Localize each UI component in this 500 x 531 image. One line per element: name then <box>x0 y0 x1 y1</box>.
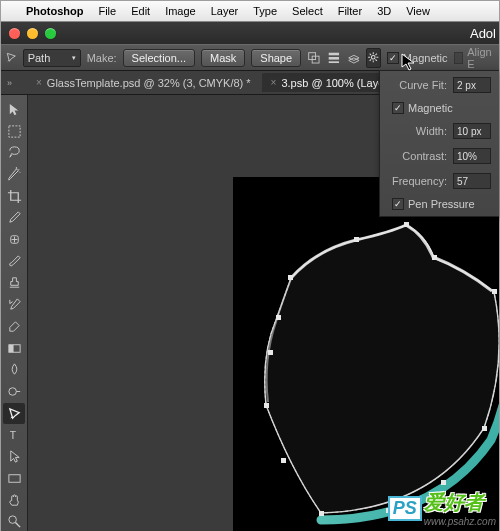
svg-rect-32 <box>482 426 487 431</box>
frequency-field[interactable]: 57 <box>453 173 491 189</box>
svg-line-12 <box>376 54 377 55</box>
make-label: Make: <box>87 52 117 64</box>
close-button[interactable] <box>9 28 20 39</box>
gear-button[interactable] <box>366 48 381 68</box>
checkbox-icon: ✓ <box>387 52 399 64</box>
stamp-tool[interactable] <box>3 273 25 294</box>
svg-line-11 <box>376 60 377 61</box>
lasso-tool[interactable] <box>3 142 25 163</box>
brush-tool[interactable] <box>3 251 25 272</box>
menu-select[interactable]: Select <box>292 5 323 17</box>
magnetic-label: Magnetic <box>403 52 448 64</box>
watermark-ps: PS <box>388 496 422 521</box>
frequency-label: Frequency: <box>392 175 447 187</box>
move-tool[interactable] <box>3 99 25 120</box>
path-op-icon[interactable] <box>307 48 321 68</box>
app-menu[interactable]: Photoshop <box>26 5 83 17</box>
mode-dropdown[interactable]: Path ▾ <box>23 49 81 67</box>
svg-rect-14 <box>8 125 19 136</box>
blur-tool[interactable] <box>3 359 25 380</box>
align-icon[interactable] <box>327 48 341 68</box>
svg-rect-33 <box>441 480 446 485</box>
app-title: Adol <box>470 26 496 41</box>
marquee-tool[interactable] <box>3 121 25 142</box>
pen-tool[interactable] <box>3 403 25 424</box>
menu-view[interactable]: View <box>406 5 430 17</box>
arrange-icon[interactable] <box>347 48 361 68</box>
watermark-zh: 爱好者 <box>424 489 484 516</box>
history-brush-tool[interactable] <box>3 294 25 315</box>
dodge-tool[interactable] <box>3 381 25 402</box>
eraser-tool[interactable] <box>3 316 25 337</box>
svg-point-20 <box>8 388 16 396</box>
svg-rect-30 <box>492 289 497 294</box>
shape-button[interactable]: Shape <box>251 49 301 67</box>
svg-rect-37 <box>264 403 269 408</box>
osx-menubar: Photoshop File Edit Image Layer Type Sel… <box>1 1 499 22</box>
magnetic-label[interactable]: Magnetic <box>408 102 453 114</box>
tab-glass-template[interactable]: × GlassTemplate.psd @ 32% (3, CMYK/8) * <box>27 73 260 92</box>
curve-fit-field[interactable]: 2 px <box>453 77 491 93</box>
options-bar: Path ▾ Make: Selection... Mask Shape ✓ M… <box>1 44 499 71</box>
mask-button[interactable]: Mask <box>201 49 245 67</box>
svg-point-5 <box>372 56 376 60</box>
window-titlebar: Adol <box>1 22 499 44</box>
menu-3d[interactable]: 3D <box>377 5 391 17</box>
checkbox-icon: ✓ <box>392 102 404 114</box>
menu-file[interactable]: File <box>98 5 116 17</box>
svg-rect-36 <box>281 458 286 463</box>
svg-rect-27 <box>354 237 359 242</box>
freeform-pen-options-panel: Curve Fit: 2 px ✓ Magnetic Width: 10 px … <box>379 70 499 217</box>
glass-shard-artwork <box>236 210 499 531</box>
healing-tool[interactable] <box>3 229 25 250</box>
menu-layer[interactable]: Layer <box>211 5 239 17</box>
gradient-tool[interactable] <box>3 338 25 359</box>
checkbox-icon: ✓ <box>392 198 404 210</box>
menu-edit[interactable]: Edit <box>131 5 150 17</box>
pen-pressure-label[interactable]: Pen Pressure <box>408 198 475 210</box>
close-icon[interactable]: × <box>271 77 277 88</box>
svg-rect-26 <box>288 275 293 280</box>
svg-rect-4 <box>329 61 339 63</box>
close-icon[interactable]: × <box>36 77 42 88</box>
menu-image[interactable]: Image <box>165 5 196 17</box>
svg-rect-3 <box>329 57 339 60</box>
svg-text:T: T <box>9 431 16 442</box>
svg-rect-35 <box>319 511 324 516</box>
magnetic-checkbox[interactable]: ✓ Magnetic <box>387 52 448 64</box>
menu-type[interactable]: Type <box>253 5 277 17</box>
svg-rect-2 <box>329 52 339 55</box>
type-tool[interactable]: T <box>3 425 25 446</box>
eyedropper-tool[interactable] <box>3 208 25 229</box>
svg-line-25 <box>15 523 20 528</box>
zoom-button[interactable] <box>45 28 56 39</box>
width-field[interactable]: 10 px <box>453 123 491 139</box>
svg-rect-29 <box>432 255 437 260</box>
tool-preset-icon[interactable] <box>6 49 17 66</box>
svg-rect-38 <box>268 350 273 355</box>
minimize-button[interactable] <box>27 28 38 39</box>
zoom-tool[interactable] <box>3 511 25 531</box>
wand-tool[interactable] <box>3 164 25 185</box>
menu-filter[interactable]: Filter <box>338 5 362 17</box>
svg-point-24 <box>8 516 16 524</box>
svg-rect-28 <box>404 222 409 227</box>
watermark-url: www.psahz.com <box>424 516 496 527</box>
expand-icon[interactable]: » <box>7 78 12 88</box>
tab-label: GlassTemplate.psd @ 32% (3, CMYK/8) * <box>47 77 251 89</box>
svg-line-13 <box>370 60 371 61</box>
rectangle-tool[interactable] <box>3 468 25 489</box>
toolbox: T <box>1 95 28 531</box>
svg-line-10 <box>370 54 371 55</box>
contrast-field[interactable]: 10% <box>453 148 491 164</box>
align-label: Align E <box>467 46 494 70</box>
mode-value: Path <box>28 52 51 64</box>
checkbox-icon <box>454 52 464 64</box>
hand-tool[interactable] <box>3 490 25 511</box>
selection-button[interactable]: Selection... <box>123 49 195 67</box>
curve-fit-label: Curve Fit: <box>399 79 447 91</box>
align-edges-checkbox[interactable]: Align E <box>454 46 494 70</box>
crop-tool[interactable] <box>3 186 25 207</box>
watermark: PS 爱好者 www.psahz.com <box>388 489 496 527</box>
path-select-tool[interactable] <box>3 446 25 467</box>
